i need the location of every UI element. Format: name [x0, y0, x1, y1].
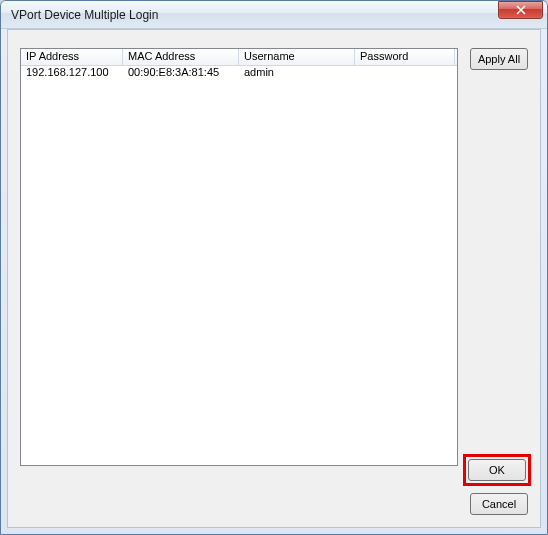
titlebar[interactable]: VPort Device Multiple Login — [1, 1, 547, 29]
table-body: 192.168.127.100 00:90:E8:3A:81:45 admin — [21, 66, 457, 465]
cell-mac: 00:90:E8:3A:81:45 — [123, 66, 239, 80]
column-header-ip[interactable]: IP Address — [21, 49, 123, 65]
table-header-row: IP Address MAC Address Username Password — [21, 49, 457, 66]
cell-ip: 192.168.127.100 — [21, 66, 123, 80]
content-area: IP Address MAC Address Username Password… — [20, 48, 528, 515]
column-header-mac[interactable]: MAC Address — [123, 49, 239, 65]
apply-all-button[interactable]: Apply All — [470, 48, 528, 70]
cancel-button[interactable]: Cancel — [470, 493, 528, 515]
table-row[interactable]: 192.168.127.100 00:90:E8:3A:81:45 admin — [21, 66, 457, 80]
window-title: VPort Device Multiple Login — [11, 8, 498, 22]
cell-password — [355, 66, 455, 80]
cell-username: admin — [239, 66, 355, 80]
client-area: IP Address MAC Address Username Password… — [7, 29, 541, 528]
dialog-window: VPort Device Multiple Login IP Address M… — [0, 0, 548, 535]
close-button[interactable] — [498, 1, 543, 19]
close-icon — [516, 5, 526, 15]
device-table[interactable]: IP Address MAC Address Username Password… — [20, 48, 458, 466]
ok-highlight: OK — [463, 454, 531, 486]
column-header-username[interactable]: Username — [239, 49, 355, 65]
ok-button[interactable]: OK — [468, 459, 526, 481]
column-header-password[interactable]: Password — [355, 49, 455, 65]
